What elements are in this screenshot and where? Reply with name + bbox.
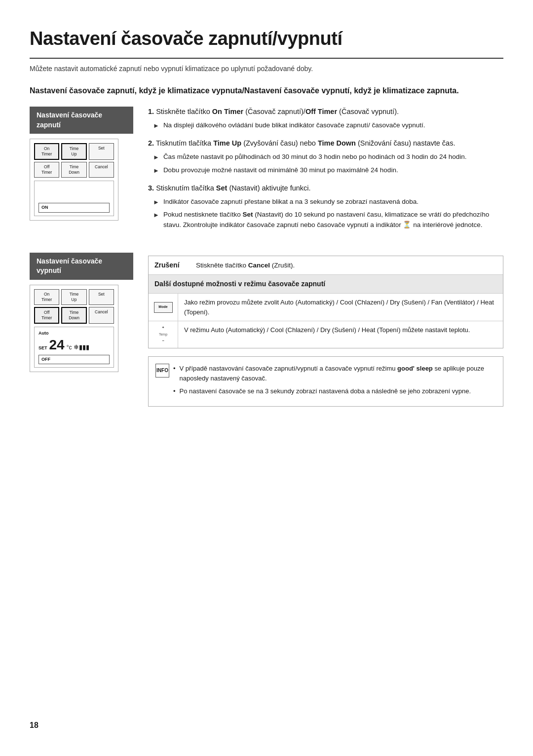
mode-text: Jako režim provozu můžete zvolit Auto (A… bbox=[178, 294, 503, 321]
step3-arrow2: Pokud nestisknete tlačítko Set (Nastavit… bbox=[163, 210, 503, 230]
step-1: 1. Stiskněte tlačítko On Timer (Časovač … bbox=[148, 107, 503, 130]
zruseni-label: Zrušení bbox=[154, 260, 189, 270]
mode-icon-cell: Mode bbox=[149, 294, 178, 321]
time-down-btn-2[interactable]: TimeDown bbox=[61, 307, 86, 324]
display-off-indicator: OFF bbox=[38, 355, 110, 365]
bullet-dot-1: • bbox=[173, 364, 176, 374]
temp-text: V režimu Auto (Automatický) / Cool (Chla… bbox=[178, 321, 503, 348]
on-timer-btn[interactable]: OnTimer bbox=[34, 143, 59, 160]
page-number: 18 bbox=[30, 719, 38, 731]
cancel-btn[interactable]: Cancel bbox=[89, 162, 114, 178]
table-row-mode: Mode Jako režim provozu můžete zvolit Au… bbox=[149, 294, 503, 321]
zruseni-text: Stiskněte tlačítko Cancel (Zrušit). bbox=[196, 261, 295, 270]
step1-arrow1: Na displeji dálkového ovládání bude blik… bbox=[163, 120, 425, 130]
step-2: 2. Tisknutím tlačítka Time Up (Zvyšování… bbox=[148, 138, 503, 175]
temp-btns: + Temp − bbox=[159, 325, 167, 344]
off-timer-btn-2[interactable]: OffTimer bbox=[34, 307, 59, 324]
on-timer-btn-2[interactable]: OnTimer bbox=[34, 289, 59, 305]
page-title: Nastavení časovače zapnutí/vypnutí bbox=[30, 25, 503, 59]
info-table: Zrušení Stiskněte tlačítko Cancel (Zruši… bbox=[148, 256, 503, 348]
step2-text: Tisknutím tlačítka Time Up (Zvyšování ča… bbox=[156, 139, 456, 147]
info-icon: INFO bbox=[155, 364, 169, 378]
section1-label: Nastavení časovače zapnutí bbox=[30, 107, 133, 134]
time-up-btn[interactable]: TimeUp bbox=[61, 143, 86, 160]
info-bullet-1-text: V případě nastavování časovače zapnutí/v… bbox=[180, 364, 495, 384]
display-box-1: ON bbox=[34, 181, 114, 216]
table-header-text: Další dostupné možnosti v režimu časovač… bbox=[149, 275, 503, 293]
remote-illustration-2: OnTimer TimeUp Set OffTimer TimeDown Can… bbox=[30, 285, 118, 372]
info-box: INFO • V případě nastavování časovače za… bbox=[148, 356, 503, 407]
arrow-3-1: ► bbox=[153, 197, 159, 207]
page-subtitle: Můžete nastavit automatické zapnutí nebo… bbox=[30, 64, 503, 74]
step2-arrow2: Dobu provozuje možné nastavit od minimál… bbox=[163, 165, 398, 175]
time-down-btn[interactable]: TimeDown bbox=[61, 162, 86, 178]
info-bullet-2-text: Po nastavení časovače se na 3 sekundy zo… bbox=[180, 386, 471, 397]
arrow-1-1: ► bbox=[153, 121, 159, 131]
zruseni-row: Zrušení Stiskněte tlačítko Cancel (Zruši… bbox=[149, 256, 503, 275]
bullet-dot-2: • bbox=[173, 386, 176, 397]
display-temp: 24 bbox=[49, 338, 65, 352]
temp-icon-cell: + Temp − bbox=[149, 321, 178, 348]
table-header-row: Další dostupné možnosti v režimu časovač… bbox=[149, 275, 503, 294]
info-text: • V případě nastavování časovače zapnutí… bbox=[173, 364, 495, 399]
step3-arrow1: Indikátor časovače zapnutí přestane blik… bbox=[163, 197, 419, 207]
arrow-2-2: ► bbox=[153, 166, 159, 176]
display-box-2: Auto SET 24 °c ❄▮▮▮ OFF bbox=[34, 327, 114, 368]
time-up-btn-2[interactable]: TimeUp bbox=[61, 289, 86, 305]
display-auto: Auto bbox=[38, 330, 110, 337]
display-celsius: °c bbox=[67, 343, 72, 352]
info-bullet-2: • Po nastavení časovače se na 3 sekundy … bbox=[173, 386, 495, 397]
off-timer-btn[interactable]: OffTimer bbox=[34, 162, 59, 178]
step-3: 3. Stisknutím tlačítka Set (Nastavit) ak… bbox=[148, 183, 503, 230]
arrow-2-1: ► bbox=[153, 152, 159, 162]
info-bullet-1: • V případě nastavování časovače zapnutí… bbox=[173, 364, 495, 384]
display-icons: ❄▮▮▮ bbox=[74, 342, 89, 352]
set-btn[interactable]: Set bbox=[89, 143, 114, 160]
display-set-label: SET bbox=[38, 345, 47, 352]
step2-arrow1: Čas můžete nastavit po půlhodinách od 30… bbox=[163, 152, 467, 162]
set-btn-2[interactable]: Set bbox=[89, 289, 114, 305]
table-row-temp: + Temp − V režimu Auto (Automatický) / C… bbox=[149, 321, 503, 348]
remote-illustration-1: OnTimer TimeUp Set OffTimer TimeDown Can… bbox=[30, 139, 118, 221]
section2-label: Nastavení časovače vypnutí bbox=[30, 253, 133, 280]
step3-text: Stisknutím tlačítka Set (Nastavit) aktiv… bbox=[156, 184, 311, 192]
display-on-indicator: ON bbox=[38, 203, 110, 213]
cancel-btn-2[interactable]: Cancel bbox=[89, 307, 114, 324]
section-bold-heading: Nastavení časovače zapnutí, když je klim… bbox=[30, 85, 503, 97]
mode-btn: Mode bbox=[154, 302, 173, 313]
step1-text: Stiskněte tlačítko On Timer (Časovač zap… bbox=[156, 108, 399, 115]
arrow-3-2: ► bbox=[153, 210, 159, 220]
